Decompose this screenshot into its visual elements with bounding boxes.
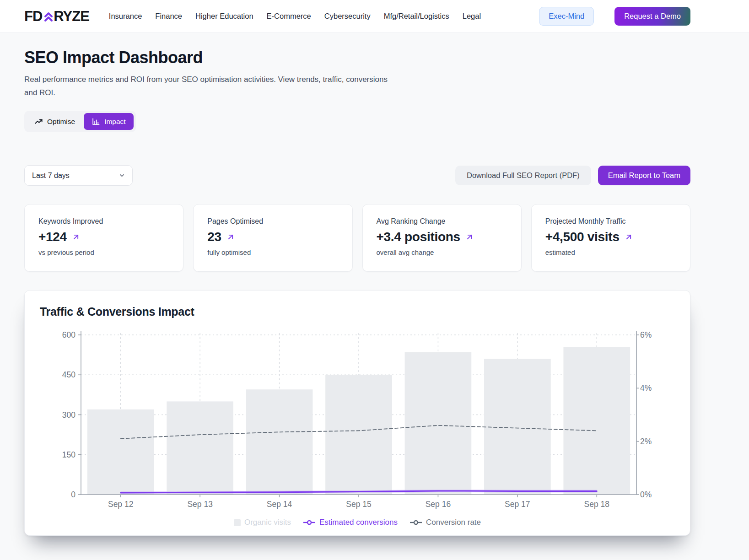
stat-label: Avg Ranking Change	[377, 217, 507, 226]
page-subtitle: Real performance metrics and ROI from yo…	[24, 73, 399, 99]
svg-text:Sep 18: Sep 18	[584, 500, 609, 509]
download-report-button[interactable]: Download Full SEO Report (PDF)	[455, 166, 591, 185]
stat-sub-text: overall avg change	[377, 248, 507, 256]
bar-sep-12	[87, 409, 154, 495]
stat-card-1: Pages Optimised23fully optimised	[193, 204, 352, 272]
legend-label: Estimated conversions	[319, 518, 398, 527]
exec-mind-button[interactable]: Exec-Mind	[539, 7, 594, 26]
topbar-actions: Exec-Mind Request a Demo	[539, 7, 690, 26]
nav-item-e-commerce[interactable]: E-Commerce	[267, 12, 311, 21]
svg-text:Sep 17: Sep 17	[505, 500, 530, 509]
stat-label: Keywords Improved	[38, 217, 169, 226]
stat-cards-row: Keywords Improved+124vs previous periodP…	[24, 204, 690, 272]
bar-sep-17	[484, 359, 551, 495]
stat-sub-text: vs previous period	[38, 248, 169, 256]
svg-text:2%: 2%	[640, 437, 652, 446]
legend-label: Conversion rate	[426, 518, 481, 527]
tab-impact[interactable]: Impact	[84, 113, 134, 130]
stat-value: +124	[38, 230, 67, 244]
svg-text:Sep 16: Sep 16	[426, 500, 451, 509]
nav-item-finance[interactable]: Finance	[155, 12, 182, 21]
bar-sep-14	[246, 389, 313, 495]
svg-text:150: 150	[62, 450, 75, 459]
stat-value: +3.4 positions	[377, 230, 460, 244]
arrow-up-right-icon	[624, 232, 633, 242]
nav-item-legal[interactable]: Legal	[463, 12, 481, 21]
svg-text:600: 600	[62, 330, 75, 339]
date-range-select[interactable]: Last 7 days	[24, 165, 133, 186]
svg-text:Sep 15: Sep 15	[346, 500, 371, 509]
bar-sep-13	[167, 401, 233, 495]
stat-card-0: Keywords Improved+124vs previous period	[24, 204, 183, 272]
logo-text-fd: FD	[24, 8, 42, 25]
stat-value: +4,500 visits	[545, 230, 620, 244]
nav-item-mfg-retail-logistics[interactable]: Mfg/Retail/Logistics	[384, 12, 449, 21]
chevron-down-icon	[119, 172, 125, 179]
stat-label: Projected Monthly Traffic	[545, 217, 676, 226]
svg-text:450: 450	[62, 370, 75, 379]
stat-card-3: Projected Monthly Traffic+4,500 visitses…	[531, 204, 690, 272]
double-chevron-up-icon	[44, 11, 53, 23]
legend-swatch-square	[234, 519, 241, 526]
date-range-value: Last 7 days	[32, 172, 70, 180]
svg-text:300: 300	[62, 410, 75, 420]
traffic-conversions-chart: 01503004506000%2%4%6%Sep 12Sep 13Sep 14S…	[40, 325, 676, 513]
svg-text:Sep 12: Sep 12	[108, 500, 133, 509]
legend-swatch-line	[410, 520, 422, 525]
arrow-up-right-icon	[71, 232, 81, 242]
legend-label: Organic visits	[244, 518, 291, 527]
controls-row: Last 7 days Download Full SEO Report (PD…	[24, 165, 690, 186]
chart-card: Traffic & Conversions Impact 01503004506…	[24, 290, 690, 536]
request-demo-button[interactable]: Request a Demo	[614, 7, 690, 26]
legend-item-conversion-rate[interactable]: Conversion rate	[410, 518, 481, 527]
arrow-up-right-icon	[226, 232, 235, 242]
svg-text:Sep 13: Sep 13	[187, 500, 212, 509]
logo-text-ryze: RYZE	[54, 8, 89, 25]
stat-label: Pages Optimised	[207, 217, 338, 226]
stat-card-2: Avg Ranking Change+3.4 positionsoverall …	[362, 204, 522, 272]
legend-item-organic-visits[interactable]: Organic visits	[234, 518, 291, 527]
primary-nav: InsuranceFinanceHigher EducationE-Commer…	[109, 12, 481, 21]
bar-sep-15	[325, 375, 392, 495]
legend-item-estimated-conversions[interactable]: Estimated conversions	[303, 518, 398, 527]
svg-text:Sep 14: Sep 14	[267, 500, 292, 509]
bar-sep-18	[563, 347, 630, 495]
svg-text:0%: 0%	[640, 490, 652, 499]
stat-sub-text: fully optimised	[207, 248, 338, 256]
arrow-up-right-icon	[465, 232, 474, 242]
stat-value: 23	[207, 230, 221, 244]
svg-text:0: 0	[71, 490, 75, 499]
bar-sep-16	[405, 352, 472, 495]
page-title: SEO Impact Dashboard	[24, 48, 690, 67]
legend-swatch-line	[303, 520, 316, 525]
nav-item-insurance[interactable]: Insurance	[109, 12, 142, 21]
tab-optimise[interactable]: Optimise	[27, 113, 83, 130]
trending-up-icon	[34, 117, 43, 126]
nav-item-cybersecurity[interactable]: Cybersecurity	[324, 12, 371, 21]
svg-text:4%: 4%	[640, 383, 652, 393]
email-report-button[interactable]: Email Report to Team	[598, 166, 690, 185]
brand-logo[interactable]: FD RYZE	[24, 8, 89, 25]
svg-text:6%: 6%	[640, 330, 652, 339]
tab-optimise-label: Optimise	[47, 118, 75, 126]
stat-sub-text: estimated	[545, 248, 676, 256]
bar-chart-icon	[92, 117, 100, 126]
top-navigation-bar: FD RYZE InsuranceFinanceHigher Education…	[0, 0, 749, 33]
mode-toggle-group: Optimise Impact	[24, 111, 136, 132]
nav-item-higher-education[interactable]: Higher Education	[195, 12, 253, 21]
chart-legend: Organic visitsEstimated conversionsConve…	[40, 518, 675, 527]
tab-impact-label: Impact	[104, 118, 126, 126]
main-content: SEO Impact Dashboard Real performance me…	[24, 48, 690, 536]
chart-title: Traffic & Conversions Impact	[40, 305, 675, 318]
chart-wrap: 01503004506000%2%4%6%Sep 12Sep 13Sep 14S…	[40, 325, 675, 515]
